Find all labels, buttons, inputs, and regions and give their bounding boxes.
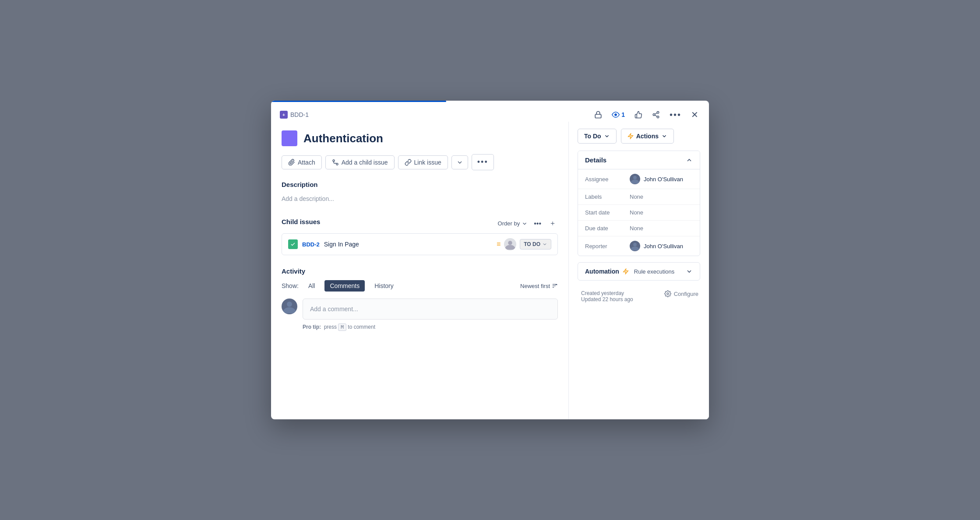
modal-header: + BDD-1 1 ••• ✕ bbox=[271, 101, 709, 122]
child-issues-more-button[interactable]: ••• bbox=[532, 219, 543, 228]
svg-marker-17 bbox=[624, 269, 628, 274]
loading-bar bbox=[271, 101, 446, 102]
sort-icon bbox=[552, 283, 558, 289]
issue-color-block bbox=[282, 130, 297, 146]
modal-body: Authentication Attach Add a child issue … bbox=[271, 122, 709, 419]
automation-bolt-icon bbox=[623, 268, 629, 274]
due-date-value: None bbox=[630, 225, 643, 232]
assignee-avatar bbox=[630, 174, 640, 184]
show-label: Show: bbox=[282, 282, 299, 289]
more-button[interactable]: ••• bbox=[668, 108, 683, 122]
assignee-row: Assignee John O'Sullivan bbox=[578, 169, 700, 189]
labels-row: Labels None bbox=[578, 189, 700, 205]
drag-handle-icon[interactable]: ≡ bbox=[497, 240, 501, 248]
child-issues-add-button[interactable]: ＋ bbox=[547, 218, 558, 229]
automation-chevron-icon bbox=[686, 268, 693, 275]
child-issues-header: Child issues Order by ••• ＋ bbox=[282, 218, 558, 229]
svg-point-9 bbox=[508, 241, 512, 245]
reporter-label: Reporter bbox=[585, 243, 624, 249]
status-button[interactable]: To Do bbox=[578, 129, 617, 144]
assignee-value: John O'Sullivan bbox=[630, 174, 683, 184]
created-info: Created yesterday bbox=[579, 290, 635, 296]
svg-point-7 bbox=[336, 163, 338, 165]
link-issue-button[interactable]: Link issue bbox=[398, 155, 448, 169]
like-button[interactable] bbox=[633, 109, 644, 120]
child-issue-item: BDD-2 Sign In Page ≡ TO DO bbox=[282, 233, 558, 255]
svg-point-13 bbox=[287, 302, 292, 307]
commenter-avatar-icon bbox=[282, 299, 297, 314]
start-date-value: None bbox=[630, 209, 643, 216]
order-by-button[interactable]: Order by bbox=[498, 220, 528, 227]
child-issues-label: Child issues bbox=[282, 218, 320, 225]
child-issue-type-icon bbox=[288, 239, 298, 249]
header-actions: 1 ••• ✕ bbox=[592, 108, 700, 122]
due-date-row: Due date None bbox=[578, 221, 700, 236]
svg-point-16 bbox=[633, 243, 637, 246]
action-buttons: Attach Add a child issue Link issue ••• bbox=[282, 154, 558, 170]
issue-modal: + BDD-1 1 ••• ✕ bbox=[271, 101, 709, 419]
link-icon bbox=[405, 159, 412, 166]
configure-button[interactable]: Configure bbox=[664, 290, 698, 297]
reporter-avatar bbox=[630, 241, 640, 251]
updated-info: Updated 22 hours ago bbox=[579, 296, 635, 302]
watch-button[interactable]: 1 bbox=[610, 109, 627, 120]
issue-title: Authentication bbox=[303, 132, 383, 145]
breadcrumb: + BDD-1 bbox=[280, 111, 309, 119]
child-issue-avatar[interactable] bbox=[504, 238, 516, 250]
child-issues-controls: Order by ••• ＋ bbox=[498, 218, 558, 229]
add-child-issue-button[interactable]: Add a child issue bbox=[325, 155, 395, 169]
child-issue-title: Sign In Page bbox=[324, 241, 492, 248]
close-button[interactable]: ✕ bbox=[689, 108, 700, 122]
automation-header[interactable]: Automation Rule executions bbox=[578, 263, 700, 280]
labels-value: None bbox=[630, 193, 643, 200]
watch-count: 1 bbox=[621, 111, 625, 118]
start-date-row: Start date None bbox=[578, 205, 700, 221]
status-actions-row: To Do Actions bbox=[578, 129, 700, 144]
svg-rect-0 bbox=[595, 114, 601, 118]
sort-button[interactable]: Newest first bbox=[520, 283, 558, 289]
commenter-avatar bbox=[282, 299, 297, 314]
due-date-label: Due date bbox=[585, 225, 624, 232]
start-date-label: Start date bbox=[585, 209, 624, 216]
reporter-value: John O'Sullivan bbox=[630, 241, 683, 251]
svg-line-5 bbox=[655, 115, 657, 116]
user-avatar-icon bbox=[504, 238, 516, 250]
tab-comments[interactable]: Comments bbox=[324, 280, 365, 292]
activity-label: Activity bbox=[282, 267, 558, 275]
watch-icon bbox=[612, 111, 620, 119]
lock-button[interactable] bbox=[592, 109, 604, 120]
meta-row: Created yesterday Updated 22 hours ago C… bbox=[578, 287, 700, 302]
activity-filter-row: Show: All Comments History Newest first bbox=[282, 280, 558, 292]
extra-actions-button[interactable]: ••• bbox=[472, 154, 494, 170]
description-placeholder[interactable]: Add a description... bbox=[282, 192, 558, 206]
comment-input[interactable]: Add a comment... bbox=[303, 299, 558, 320]
attach-button[interactable]: Attach bbox=[282, 155, 322, 169]
svg-marker-14 bbox=[628, 134, 633, 139]
main-content: Authentication Attach Add a child issue … bbox=[271, 122, 569, 419]
child-issue-actions: ≡ TO DO bbox=[497, 238, 551, 250]
share-button[interactable] bbox=[650, 109, 662, 120]
thumbsup-icon bbox=[635, 111, 642, 119]
sidebar: To Do Actions Details Assignee bbox=[569, 122, 709, 419]
lock-icon bbox=[594, 111, 602, 119]
actions-button[interactable]: Actions bbox=[621, 129, 674, 144]
child-issue-key[interactable]: BDD-2 bbox=[302, 241, 320, 248]
svg-line-6 bbox=[655, 113, 657, 114]
gear-icon bbox=[664, 290, 671, 297]
more-action-dropdown-button[interactable] bbox=[451, 155, 468, 169]
description-label: Description bbox=[282, 181, 558, 188]
labels-label: Labels bbox=[585, 193, 624, 200]
tab-history[interactable]: History bbox=[369, 280, 399, 292]
meta-dates: Created yesterday Updated 22 hours ago bbox=[579, 290, 635, 302]
details-chevron-icon bbox=[686, 157, 693, 164]
tab-all[interactable]: All bbox=[303, 280, 321, 292]
comment-row: Add a comment... bbox=[282, 299, 558, 320]
reporter-avatar-icon bbox=[630, 241, 640, 251]
activity-section: Activity Show: All Comments History Newe… bbox=[282, 267, 558, 330]
description-section: Description Add a description... bbox=[282, 181, 558, 206]
breadcrumb-label: BDD-1 bbox=[290, 111, 309, 118]
shortcut-key: M bbox=[338, 323, 346, 331]
child-issue-status-badge[interactable]: TO DO bbox=[520, 239, 551, 249]
details-header[interactable]: Details bbox=[578, 151, 700, 169]
reporter-row: Reporter John O'Sullivan bbox=[578, 236, 700, 256]
